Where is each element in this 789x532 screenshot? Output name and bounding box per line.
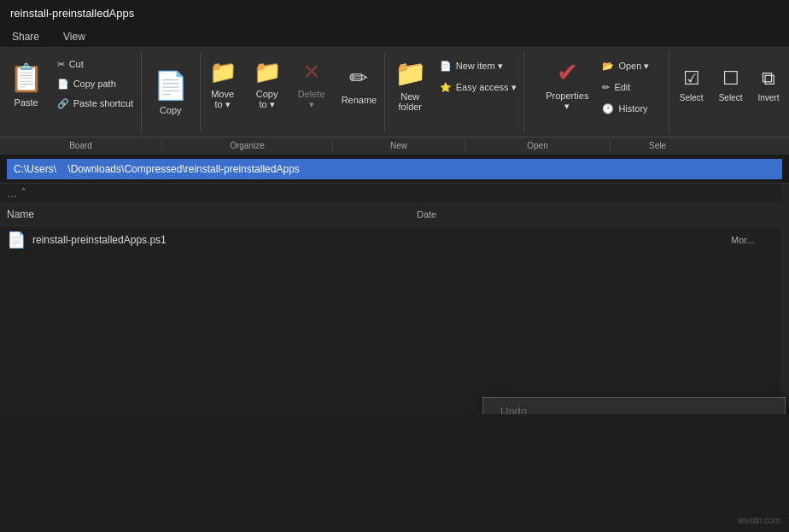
cut-label: Cut [69, 59, 84, 69]
paste-shortcut-label: Paste shortcut [73, 98, 133, 108]
ribbon-group-copy: 📄 Copy [142, 51, 201, 133]
edit-button[interactable]: ✏ Edit [597, 78, 654, 96]
copy-icon: 📄 [154, 69, 188, 102]
invert-button[interactable]: ⧉ Invert [751, 51, 786, 118]
cut-icon: ✂ [57, 59, 65, 70]
file-icon: 📄 [7, 231, 26, 249]
select-none-icon: ☐ [722, 67, 739, 90]
table-row[interactable]: 📄 reinstall-preinstalledApps.ps1 Mor... [0, 226, 789, 254]
ribbon-group-new: 📁 Newfolder 📄 New item ▾ ⭐ Easy access ▾ [385, 51, 524, 133]
copy-path-button[interactable]: 📄 Copy path [52, 74, 138, 93]
select-all-button[interactable]: ☑ Select [673, 51, 710, 118]
copy-path-icon: 📄 [57, 79, 69, 90]
copy-to-button[interactable]: 📁 Copyto ▾ [246, 51, 289, 118]
new-folder-button[interactable]: 📁 Newfolder [388, 51, 433, 118]
paste-icon: 📋 [9, 61, 44, 94]
properties-label: Properties▾ [546, 91, 588, 112]
new-item-button[interactable]: 📄 New item ▾ [435, 56, 522, 75]
invert-label: Invert [757, 93, 779, 102]
menu-view[interactable]: View [51, 27, 97, 46]
ribbon-labels: Board Organize New Open Sele [0, 137, 789, 155]
col-name-header: Name [7, 208, 417, 220]
nav-up[interactable]: ... ˄ [0, 184, 789, 202]
delete-label: Delete▾ [298, 89, 325, 110]
col-date-header: Date [417, 209, 485, 219]
easy-access-icon: ⭐ [440, 82, 452, 93]
new-item-label: New item ▾ [456, 61, 503, 72]
rename-icon: ✏ [349, 65, 368, 91]
address-input[interactable] [7, 159, 782, 179]
scrollbar[interactable] [780, 184, 789, 414]
easy-access-label: Easy access ▾ [456, 82, 517, 93]
file-name: reinstall-preinstalledApps.ps1 [32, 234, 731, 246]
address-bar [0, 155, 789, 184]
easy-access-button[interactable]: ⭐ Easy access ▾ [435, 78, 522, 96]
watermark: wsxdn.com [738, 516, 780, 525]
select-all-label: Select [680, 93, 704, 102]
ctx-undo-label: Undo [500, 405, 527, 414]
paste-button[interactable]: 📋 Paste [3, 51, 50, 118]
open-icon: 📂 [602, 61, 614, 72]
properties-button[interactable]: ✔ Properties▾ [539, 51, 595, 118]
select-none-button[interactable]: ☐ Select [712, 51, 750, 118]
properties-icon: ✔ [557, 57, 578, 87]
ribbon-group-open: ✔ Properties▾ 📂 Open ▾ ✏ Edit 🕐 History [524, 51, 669, 133]
menu-bar: Share View [0, 26, 789, 48]
rename-label: Rename [342, 95, 377, 105]
paste-shortcut-icon: 🔗 [57, 98, 69, 109]
menu-share[interactable]: Share [0, 27, 51, 46]
open-button[interactable]: 📂 Open ▾ [597, 56, 654, 75]
paste-shortcut-button[interactable]: 🔗 Paste shortcut [52, 94, 138, 113]
ribbon: 📋 Paste ✂ Cut 📄 Copy path 🔗 Paste shortc… [0, 48, 789, 137]
ribbon-group-select: ☑ Select ☐ Select ⧉ Invert [669, 51, 789, 133]
paste-label: Paste [15, 97, 38, 108]
ctx-undo: Undo [483, 398, 785, 414]
label-open: Open [465, 141, 611, 150]
ribbon-group-organize: 📁 Moveto ▾ 📁 Copyto ▾ ✕ Delete▾ ✏ Rename [201, 51, 385, 133]
delete-button[interactable]: ✕ Delete▾ [290, 51, 333, 118]
label-organize: Organize [162, 141, 333, 150]
copy-path-label: Copy path [73, 79, 116, 89]
move-to-label: Moveto ▾ [211, 89, 234, 110]
file-date: Mor... [731, 235, 782, 245]
context-menu: Undo Cut Copy Paste Delete Select All Ri… [482, 397, 786, 414]
file-area: ... ˄ Name Date 📄 reinstall-preinstalled… [0, 184, 789, 414]
copy-to-icon: 📁 [254, 59, 281, 85]
edit-icon: ✏ [602, 82, 610, 93]
rename-button[interactable]: ✏ Rename [335, 51, 384, 118]
history-label: History [618, 103, 647, 114]
history-icon: 🕐 [602, 103, 614, 114]
title-text: reinstall-preinstalledApps [10, 7, 134, 20]
label-select: Sele [611, 141, 704, 150]
cut-button[interactable]: ✂ Cut [52, 55, 138, 73]
move-to-icon: 📁 [209, 59, 237, 85]
column-headers: Name Date [0, 202, 789, 226]
label-clipboard: Board [0, 141, 162, 150]
copy-label: Copy [160, 105, 182, 115]
new-item-icon: 📄 [440, 61, 452, 72]
title-bar: reinstall-preinstalledApps [0, 0, 789, 26]
ribbon-group-clipboard: 📋 Paste ✂ Cut 📄 Copy path 🔗 Paste shortc… [0, 51, 142, 133]
open-label: Open ▾ [618, 61, 649, 72]
select-all-icon: ☑ [683, 67, 700, 90]
new-folder-icon: 📁 [394, 58, 426, 88]
new-folder-label: Newfolder [399, 91, 423, 112]
copy-to-label: Copyto ▾ [256, 89, 278, 110]
edit-label: Edit [614, 82, 630, 92]
history-button[interactable]: 🕐 History [597, 99, 654, 118]
copy-button[interactable]: 📄 Copy [147, 59, 195, 126]
select-none-label: Select [719, 93, 743, 102]
label-new: New [333, 141, 465, 150]
move-to-button[interactable]: 📁 Moveto ▾ [202, 51, 244, 118]
invert-icon: ⧉ [762, 67, 775, 90]
delete-icon: ✕ [302, 59, 321, 85]
